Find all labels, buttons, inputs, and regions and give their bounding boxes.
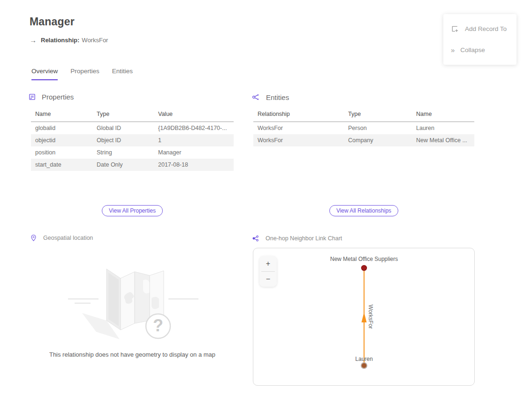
column-header: Type — [92, 107, 154, 122]
link-chart-panel[interactable]: New Metal Office Suppliers WorksFor Laur… — [253, 248, 475, 386]
add-record-icon — [451, 25, 459, 33]
node-person — [361, 363, 367, 368]
edge-label-worksfor[interactable]: WorksFor — [367, 305, 374, 329]
collapse-icon: » — [451, 46, 454, 54]
breadcrumb: → Relationship: WorksFor — [30, 36, 108, 44]
menu-item-add-record-to[interactable]: Add Record To — [443, 18, 517, 39]
cell-value: {1A9DB2B6-D482-4170-... — [154, 122, 234, 135]
properties-section-header: Properties — [28, 93, 74, 101]
table-row: WorksFor Company New Metal Office ... — [253, 134, 474, 146]
node-company — [362, 266, 367, 271]
properties-icon — [28, 93, 36, 101]
link-chart-section-title: One-hop Neighbor Link Chart — [266, 235, 342, 242]
cell-name: objectid — [31, 134, 92, 146]
map-placeholder: ? — [31, 256, 234, 347]
column-header: Relationship — [253, 107, 344, 122]
cell-relationship: WorksFor — [253, 122, 344, 135]
cell-name: start_date — [31, 159, 92, 171]
tab-bar: Overview Properties Entities — [31, 68, 133, 80]
view-all-properties-button[interactable]: View All Properties — [102, 205, 163, 216]
cell-name: globalid — [31, 122, 92, 135]
cell-value: 2017-08-18 — [154, 159, 234, 171]
entities-section-title: Entities — [266, 93, 289, 101]
svg-text:?: ? — [153, 316, 163, 335]
cell-type: String — [92, 146, 154, 159]
edge-arrow-icon — [362, 312, 367, 322]
no-geometry-message: This relationship does not have geometry… — [22, 351, 243, 358]
zoom-in-button[interactable]: + — [259, 256, 277, 271]
cell-relationship: WorksFor — [253, 134, 344, 146]
table-row: start_date Date Only 2017-08-18 — [31, 159, 234, 171]
link-chart-section-header: One-hop Neighbor Link Chart — [252, 235, 342, 242]
tab-overview[interactable]: Overview — [31, 68, 58, 80]
entities-section-header: Entities — [252, 93, 289, 101]
zoom-out-button[interactable]: − — [259, 272, 277, 287]
map-pin-icon — [30, 234, 37, 242]
map-placeholder-graphic: ? — [60, 256, 205, 345]
zoom-control: + − — [259, 256, 277, 287]
cell-type: Global ID — [92, 122, 154, 135]
table-row: position String Manager — [31, 146, 234, 159]
entities-icon — [252, 93, 260, 101]
properties-section-title: Properties — [42, 93, 74, 101]
node-label-person[interactable]: Lauren — [303, 356, 425, 362]
menu-item-collapse[interactable]: » Collapse — [443, 39, 517, 61]
right-arrow-icon: → — [30, 36, 37, 44]
table-row: globalid Global ID {1A9DB2B6-D482-4170-.… — [31, 122, 234, 135]
tab-properties[interactable]: Properties — [70, 68, 99, 80]
geospatial-section-header: Geospatial location — [30, 234, 93, 242]
geospatial-section-title: Geospatial location — [43, 235, 93, 241]
view-all-relationships-button[interactable]: View All Relationships — [329, 205, 398, 216]
table-row: WorksFor Person Lauren — [253, 122, 474, 135]
one-hop-icon — [252, 235, 259, 242]
column-header: Type — [344, 107, 412, 122]
cell-type: Company — [344, 134, 412, 146]
relationship-value: WorksFor — [82, 37, 108, 44]
column-header: Name — [412, 107, 474, 122]
entity-link[interactable]: New Metal Office ... — [412, 134, 474, 146]
cell-type: Person — [344, 122, 412, 135]
context-menu: Add Record To » Collapse — [443, 14, 517, 65]
menu-item-label: Add Record To — [465, 25, 507, 32]
column-header: Value — [154, 107, 234, 122]
column-header: Name — [31, 107, 92, 122]
cell-value: 1 — [154, 134, 234, 146]
entity-link[interactable]: Lauren — [412, 122, 474, 135]
cell-type: Date Only — [92, 159, 154, 171]
cell-type: Object ID — [92, 134, 154, 146]
properties-table: Name Type Value globalid Global ID {1A9D… — [31, 107, 234, 171]
table-row: objectid Object ID 1 — [31, 134, 234, 146]
menu-item-label: Collapse — [460, 46, 485, 53]
page-title: Manager — [30, 15, 75, 28]
record-detail-page: Manager → Relationship: WorksFor Add Rec… — [0, 0, 532, 405]
tab-entities[interactable]: Entities — [112, 68, 133, 80]
cell-name: position — [31, 146, 92, 159]
node-label-company[interactable]: New Metal Office Suppliers — [303, 256, 425, 262]
link-chart-graph — [253, 248, 474, 385]
entities-table: Relationship Type Name WorksFor Person L… — [253, 107, 474, 146]
cell-value: Manager — [154, 146, 234, 159]
relationship-label: Relationship: — [41, 37, 79, 44]
